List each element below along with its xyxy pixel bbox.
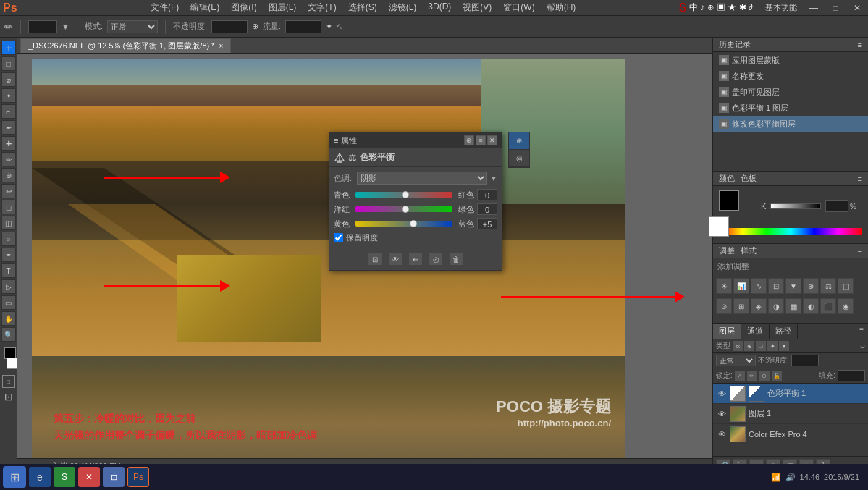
layer-blend-mode[interactable]: 正常 xyxy=(716,355,756,366)
dialog-pin-button[interactable]: ⊕ xyxy=(464,135,474,145)
history-item-1[interactable]: ▣ 名称更改 xyxy=(713,68,868,84)
footer-reset-button[interactable]: ↩ xyxy=(408,253,423,266)
exposure-adj-btn[interactable]: ⊡ xyxy=(768,278,784,294)
app-icon-4[interactable]: ⊡ xyxy=(103,467,125,487)
history-item-4[interactable]: ▣ 修改色彩平衡图层 xyxy=(713,116,868,132)
yellow-blue-thumb[interactable] xyxy=(410,220,417,227)
menu-filter[interactable]: 滤镜(L) xyxy=(383,0,423,15)
brightness-adj-btn[interactable]: ☀ xyxy=(716,278,732,294)
zoom-tool[interactable]: 🔍 xyxy=(1,327,16,342)
footer-clip-button[interactable]: ⊡ xyxy=(368,253,382,266)
selective-color-btn[interactable]: ◉ xyxy=(838,298,854,314)
app-icon-3[interactable]: ✕ xyxy=(78,467,100,487)
preserve-checkbox[interactable] xyxy=(334,233,343,242)
app-icon-2[interactable]: S xyxy=(54,467,75,487)
yellow-blue-value[interactable]: +5 xyxy=(477,218,497,229)
close-button[interactable]: ✕ xyxy=(846,0,868,16)
workspace-label[interactable]: 基本功能 xyxy=(759,2,803,13)
hsl-adj-btn[interactable]: ⊕ xyxy=(803,278,819,294)
healing-tool[interactable]: ✚ xyxy=(1,136,16,151)
lock-position-icon[interactable]: ⊕ xyxy=(759,371,770,381)
opacity-input[interactable]: 100% xyxy=(211,20,248,33)
color-menu-icon[interactable]: ≡ xyxy=(858,174,862,183)
tab-close-button[interactable]: × xyxy=(219,42,224,50)
active-document-tab[interactable]: _DSC2676.NEF @ 12.5% (色彩平衡 1, 图层蒙版/8) * … xyxy=(20,38,231,53)
history-brush-tool[interactable]: ↩ xyxy=(1,184,16,198)
dialog-close-button[interactable]: ✕ xyxy=(487,135,497,145)
quick-mask-button[interactable]: □ xyxy=(2,375,15,388)
layer-opacity-input[interactable]: 100% xyxy=(791,355,819,366)
blend-mode-select[interactable]: 正常 xyxy=(107,20,158,33)
k-slider-track[interactable] xyxy=(770,203,821,209)
layer-item-photo[interactable]: 👁 图层 1 xyxy=(713,404,868,424)
menu-type[interactable]: 文字(T) xyxy=(302,0,342,15)
hand-tool[interactable]: ✋ xyxy=(1,311,16,326)
mini-panel-btn-1[interactable]: ⊕ xyxy=(509,132,529,150)
layers-menu-icon[interactable]: ≡ xyxy=(855,324,868,339)
tab-paths[interactable]: 路径 xyxy=(770,324,798,339)
tab-channels[interactable]: 通道 xyxy=(741,324,770,339)
lasso-tool[interactable]: ⌀ xyxy=(1,72,16,87)
layer-item-efex[interactable]: 👁 Color Efex Pro 4 xyxy=(713,424,868,444)
adjustments-menu-icon[interactable]: ≡ xyxy=(858,247,862,255)
filter-adj-icon[interactable]: ⊕ xyxy=(744,341,754,351)
filter-toggle-icon[interactable]: ○ xyxy=(860,341,865,351)
ie-icon[interactable]: e xyxy=(29,467,51,487)
footer-eye-button[interactable]: 👁 xyxy=(388,253,403,266)
cyan-red-value[interactable]: 0 xyxy=(477,189,497,200)
minimize-button[interactable]: — xyxy=(803,0,825,16)
start-button[interactable]: ⊞ xyxy=(3,466,26,488)
magenta-green-value[interactable]: 0 xyxy=(477,203,497,215)
history-item-0[interactable]: ▣ 应用图层蒙版 xyxy=(713,52,868,68)
path-select-tool[interactable]: ▷ xyxy=(1,279,16,294)
menu-edit[interactable]: 编辑(E) xyxy=(185,0,225,15)
maximize-button[interactable]: □ xyxy=(825,0,846,16)
filter-off-icon[interactable]: ▼ xyxy=(779,341,789,351)
history-item-2[interactable]: ▣ 盖印可见图层 xyxy=(713,84,868,100)
brush-tool[interactable]: ✏ xyxy=(1,152,16,166)
foreground-swatch[interactable] xyxy=(719,190,739,211)
menu-layer[interactable]: 图层(L) xyxy=(263,0,303,15)
layer-visibility-0[interactable]: 👁 xyxy=(716,388,728,400)
filter-smart-icon[interactable]: ✦ xyxy=(767,341,778,351)
gradient-tool[interactable]: ◫ xyxy=(1,216,16,230)
colorbalance-adj-btn[interactable]: ⚖ xyxy=(820,278,836,294)
lock-transparent-icon[interactable]: ✓ xyxy=(735,371,745,381)
lock-brush-icon[interactable]: ✏ xyxy=(747,371,757,381)
menu-image[interactable]: 图像(I) xyxy=(225,0,262,15)
dialog-menu-button[interactable]: ≡ xyxy=(476,135,486,145)
k-value-input[interactable]: 100 xyxy=(825,200,848,212)
background-swatch[interactable] xyxy=(709,216,729,237)
bw-adj-btn[interactable]: ◫ xyxy=(838,278,854,294)
history-menu-icon[interactable]: ≡ xyxy=(858,41,862,49)
layer-visibility-2[interactable]: 👁 xyxy=(716,428,728,440)
levels-adj-btn[interactable]: 📊 xyxy=(733,278,749,294)
layer-item-color-balance[interactable]: 👁 色彩平衡 1 xyxy=(713,384,868,404)
history-item-3[interactable]: ▣ 色彩平衡 1 图层 xyxy=(713,100,868,116)
threshold-btn[interactable]: ◐ xyxy=(803,298,819,314)
channel-mixer-btn[interactable]: ⊞ xyxy=(733,298,749,314)
menu-view[interactable]: 视图(V) xyxy=(457,0,497,15)
color-spectrum-bar[interactable] xyxy=(719,228,862,235)
layer-visibility-1[interactable]: 👁 xyxy=(716,408,728,420)
vibrance-adj-btn[interactable]: ▼ xyxy=(785,278,801,294)
type-tool[interactable]: T xyxy=(1,263,16,278)
footer-delete-button[interactable]: 🗑 xyxy=(449,253,463,266)
menu-file[interactable]: 文件(F) xyxy=(145,0,185,15)
move-tool[interactable]: ✛ xyxy=(1,41,16,55)
eraser-tool[interactable]: ◻ xyxy=(1,200,16,214)
shape-tool[interactable]: ▭ xyxy=(1,295,16,310)
quick-select-tool[interactable]: ✦ xyxy=(1,88,16,103)
background-color[interactable] xyxy=(7,358,18,369)
invert-btn[interactable]: ◑ xyxy=(768,298,784,314)
ps-taskbar-icon[interactable]: Ps xyxy=(127,467,149,487)
menu-select[interactable]: 选择(S) xyxy=(342,0,383,15)
curves-adj-btn[interactable]: ∿ xyxy=(751,278,767,294)
filter-fx-icon[interactable]: fx xyxy=(733,341,743,351)
mini-panel-btn-2[interactable]: ◎ xyxy=(509,150,529,167)
marquee-tool[interactable]: □ xyxy=(1,56,16,71)
clone-tool[interactable]: ⊕ xyxy=(1,168,16,182)
tab-layers[interactable]: 图层 xyxy=(713,324,741,339)
layer-fill-input[interactable]: 100% xyxy=(838,370,865,381)
color-lookup-btn[interactable]: ◈ xyxy=(751,298,767,314)
